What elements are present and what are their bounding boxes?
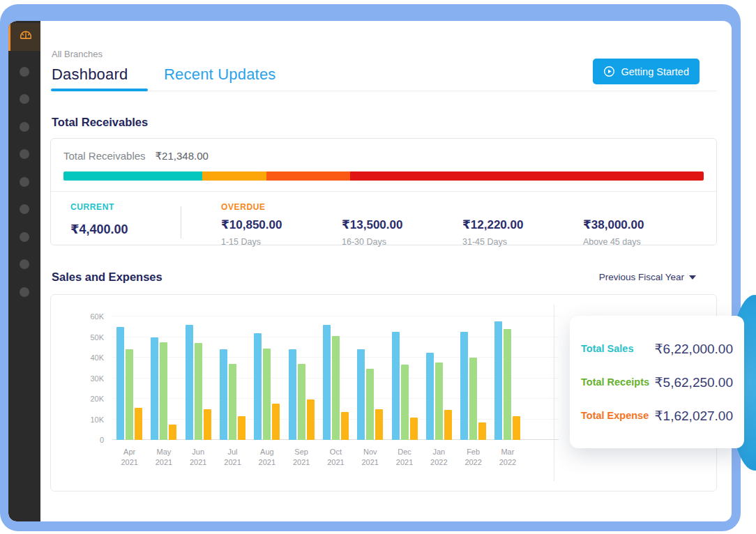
bar-sales bbox=[426, 353, 434, 440]
x-tick-label: Jan2022 bbox=[422, 447, 456, 468]
x-tick-label: Oct2021 bbox=[319, 447, 353, 468]
bar-receipts bbox=[195, 343, 202, 440]
y-tick-label: 10K bbox=[90, 415, 104, 424]
gauge-dashboard-icon bbox=[18, 28, 33, 46]
sidebar-placeholder-item[interactable] bbox=[20, 204, 29, 214]
overdue-amount: ₹10,850.00 bbox=[221, 218, 342, 232]
overdue-section: OVERDUE ₹10,850.00 1-15 Days ₹13,500.00 … bbox=[181, 202, 704, 247]
overdue-amount: ₹38,000.00 bbox=[583, 218, 704, 232]
bar-expenses bbox=[307, 399, 315, 440]
bar-expenses bbox=[341, 412, 349, 440]
sidebar bbox=[8, 21, 40, 521]
receivables-summary: Total Receivables ₹21,348.00 bbox=[51, 139, 716, 162]
sidebar-placeholder-item[interactable] bbox=[20, 287, 29, 297]
bar-sales bbox=[460, 332, 468, 440]
totals-row: Total Receipts ₹5,62,250.00 bbox=[581, 365, 733, 399]
bar-sales bbox=[357, 349, 365, 440]
bar-expenses bbox=[513, 416, 520, 440]
x-tick-label: Jul2021 bbox=[216, 447, 250, 468]
bar-receipts bbox=[298, 364, 305, 440]
x-tick-label: May2021 bbox=[146, 447, 181, 468]
current-label: CURRENT bbox=[70, 202, 181, 212]
bar-group-jul-2021 bbox=[216, 316, 250, 440]
getting-started-button[interactable]: Getting Started bbox=[593, 59, 700, 84]
bar-sales bbox=[494, 321, 502, 440]
receivables-segment-overdue-older bbox=[350, 171, 704, 181]
x-tick-label: Mar2022 bbox=[490, 447, 524, 468]
play-circle-icon bbox=[603, 66, 615, 77]
bar-sales bbox=[220, 349, 227, 440]
overdue-bucket: ₹12,220.00 31-45 Days bbox=[462, 218, 583, 247]
bar-expenses bbox=[375, 409, 383, 440]
total-receipts-value: ₹5,62,250.00 bbox=[655, 374, 733, 390]
overdue-bucket: ₹10,850.00 1-15 Days bbox=[221, 218, 342, 247]
bar-receipts bbox=[504, 329, 511, 440]
totals-row: Total Sales ₹6,22,000.00 bbox=[581, 332, 733, 365]
receivables-segment-current bbox=[63, 171, 202, 181]
bar-receipts bbox=[469, 358, 477, 440]
chart-x-labels: Apr2021May2021Jun2021Jul2021Aug2021Sep20… bbox=[112, 447, 559, 468]
bar-group-may-2021 bbox=[146, 316, 181, 440]
bar-receipts bbox=[160, 342, 167, 440]
bar-group-mar-2022 bbox=[490, 316, 524, 440]
bar-expenses bbox=[444, 410, 452, 440]
y-tick-label: 30K bbox=[90, 374, 104, 383]
bar-expenses bbox=[478, 422, 486, 440]
chart-y-axis: 010K20K30K40K50K60K bbox=[63, 316, 104, 440]
y-tick-label: 60K bbox=[90, 312, 104, 321]
total-receipts-label: Total Receipts bbox=[581, 376, 649, 388]
bar-sales bbox=[151, 337, 158, 441]
current-amount: ₹4,400.00 bbox=[70, 222, 181, 237]
bar-receipts bbox=[435, 363, 443, 440]
sidebar-placeholder-item[interactable] bbox=[20, 259, 29, 269]
bar-receipts bbox=[366, 369, 374, 440]
page: All Branches Dashboard Recent Updates Ge… bbox=[0, 0, 756, 534]
bar-sales bbox=[116, 327, 124, 440]
receivables-segment-overdue-1-15 bbox=[202, 171, 266, 181]
bar-receipts bbox=[126, 349, 133, 440]
fiscal-year-dropdown[interactable]: Previous Fiscal Year bbox=[599, 272, 696, 282]
totals-panel: Total Sales ₹6,22,000.00 Total Receipts … bbox=[570, 316, 744, 448]
x-tick-label: Dec2021 bbox=[387, 447, 421, 468]
bar-group-jun-2021 bbox=[181, 316, 216, 440]
total-receivables-card: Total Receivables ₹21,348.00 CURRENT ₹4,… bbox=[50, 138, 717, 245]
bar-expenses bbox=[272, 404, 280, 440]
total-expense-value: ₹1,62,027.00 bbox=[655, 408, 733, 424]
chart-plot bbox=[112, 316, 559, 440]
sidebar-placeholder-item[interactable] bbox=[20, 67, 29, 77]
bar-group-nov-2021 bbox=[353, 316, 387, 440]
current-column: CURRENT ₹4,400.00 bbox=[63, 202, 181, 247]
overdue-period: Above 45 days bbox=[583, 237, 704, 247]
overdue-amount: ₹12,220.00 bbox=[462, 218, 583, 232]
x-tick-label: Jun2021 bbox=[181, 447, 216, 468]
overdue-period: 16-30 Days bbox=[342, 237, 462, 247]
sidebar-placeholder-item[interactable] bbox=[20, 177, 29, 187]
y-tick-label: 50K bbox=[90, 333, 104, 342]
bar-sales bbox=[254, 333, 262, 440]
bar-sales bbox=[289, 349, 296, 440]
tab-recent-updates[interactable]: Recent Updates bbox=[164, 66, 276, 84]
chevron-down-icon bbox=[689, 275, 696, 280]
receivables-section-title: Total Receivables bbox=[52, 116, 148, 129]
tab-dashboard[interactable]: Dashboard bbox=[52, 66, 128, 84]
sidebar-item-dashboard[interactable] bbox=[8, 23, 40, 51]
x-tick-label: Aug2021 bbox=[250, 447, 284, 468]
sidebar-placeholder-item[interactable] bbox=[20, 94, 29, 104]
active-tab-underline bbox=[51, 89, 148, 91]
x-tick-label: Feb2022 bbox=[456, 447, 490, 468]
sales-expenses-section-title: Sales and Expenses bbox=[52, 270, 162, 284]
bar-expenses bbox=[410, 418, 418, 440]
bar-group-sep-2021 bbox=[284, 316, 318, 440]
x-tick-label: Nov2021 bbox=[353, 447, 387, 468]
bar-group-feb-2022 bbox=[456, 316, 490, 440]
receivables-bar bbox=[63, 171, 704, 181]
y-tick-label: 40K bbox=[90, 353, 104, 362]
sidebar-placeholder-item[interactable] bbox=[20, 149, 29, 159]
bar-receipts bbox=[263, 349, 271, 440]
y-tick-label: 20K bbox=[90, 395, 104, 403]
bar-group-dec-2021 bbox=[387, 316, 421, 440]
sidebar-placeholder-item[interactable] bbox=[20, 232, 29, 242]
sidebar-placeholder-item[interactable] bbox=[20, 122, 29, 132]
y-tick-label: 0 bbox=[100, 436, 104, 444]
bar-group-oct-2021 bbox=[319, 316, 353, 440]
